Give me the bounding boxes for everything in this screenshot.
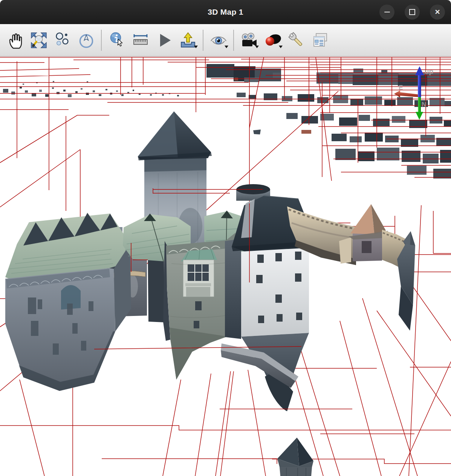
close-icon: ✕ xyxy=(434,9,440,15)
compass-button[interactable] xyxy=(74,26,98,55)
play-icon xyxy=(155,31,173,49)
toolbar-separator xyxy=(233,30,234,51)
axis-north-shaft xyxy=(418,97,421,113)
window-titlebar[interactable]: 3D Map 1 ✕ xyxy=(0,0,451,24)
play-button[interactable] xyxy=(152,26,176,55)
movie-camera-icon xyxy=(240,31,258,49)
axis-east-label: E xyxy=(399,84,403,91)
wrench-tools-icon xyxy=(287,31,306,49)
export-button[interactable] xyxy=(176,26,200,55)
pan-hand-icon xyxy=(6,31,24,49)
window-controls: ✕ xyxy=(379,5,445,20)
report-panel-icon xyxy=(311,31,329,49)
measure-ruler-icon xyxy=(131,31,150,49)
maximize-icon xyxy=(409,9,415,15)
window-title: 3D Map 1 xyxy=(208,8,243,17)
settings-button[interactable] xyxy=(284,26,308,55)
scene-3d: up E N xyxy=(0,56,451,476)
toolbar-separator xyxy=(203,30,203,51)
eye-visibility-icon xyxy=(209,31,228,49)
axis-up-shaft xyxy=(418,75,421,97)
identify-info-icon xyxy=(108,31,126,49)
close-button[interactable]: ✕ xyxy=(430,5,445,20)
record-button[interactable] xyxy=(237,26,261,55)
axis-up-label: up xyxy=(425,67,433,75)
zoom-extents-button[interactable] xyxy=(27,26,50,55)
toolbar-separator xyxy=(101,30,102,51)
measure-button[interactable] xyxy=(128,26,152,55)
export-upload-icon xyxy=(179,31,197,49)
minimize-button[interactable] xyxy=(379,5,394,20)
zoom-extents-icon xyxy=(30,31,48,49)
sphere-button[interactable] xyxy=(261,26,284,55)
circle-select-icon xyxy=(54,31,72,49)
minimize-icon xyxy=(384,12,390,12)
map-window: 3D Map 1 ✕ xyxy=(0,0,451,476)
pan-tool-button[interactable] xyxy=(3,26,27,55)
map-3d-viewport[interactable]: up E N xyxy=(0,56,451,476)
maximize-button[interactable] xyxy=(405,5,420,20)
visibility-button[interactable] xyxy=(206,26,230,55)
toolbar xyxy=(0,24,451,56)
circle-select-button[interactable] xyxy=(50,26,74,55)
axis-north-label: N xyxy=(422,101,426,108)
identify-button[interactable] xyxy=(105,26,128,55)
red-sphere-icon xyxy=(264,31,282,49)
report-button[interactable] xyxy=(308,26,332,55)
compass-icon xyxy=(77,31,95,49)
